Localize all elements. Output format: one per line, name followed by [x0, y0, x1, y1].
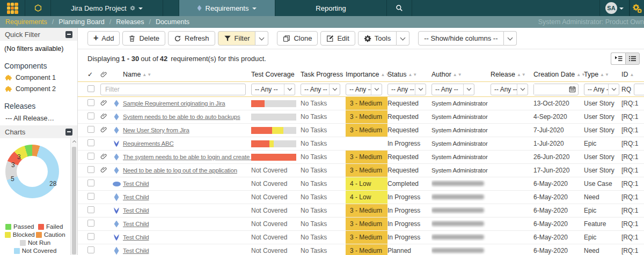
requirement-name-link[interactable]: The system needs to be able to login and… [123, 154, 251, 160]
sidebar-item-all-releases[interactable]: --- All Release… [5, 115, 73, 122]
author-redacted [431, 194, 484, 199]
edit-button[interactable]: Edit [320, 31, 355, 46]
breadcrumb-documents[interactable]: Documents [156, 18, 189, 26]
creation-date-cell: 6-May-2020 [533, 193, 584, 201]
delete-button[interactable]: Delete [122, 31, 165, 46]
test-coverage-bar [251, 140, 296, 147]
column-header-test-coverage[interactable]: Test Coverage [251, 71, 301, 78]
scroll-up-icon[interactable] [72, 140, 76, 144]
show-hide-columns-caret[interactable] [504, 31, 517, 46]
collapse-icon[interactable] [65, 31, 72, 38]
hierarchy-view-button[interactable] [611, 52, 625, 65]
release-filter-select[interactable]: -- Any -- [491, 84, 528, 95]
task-progress-filter-select[interactable]: -- Any -- [301, 84, 340, 95]
row-checkbox[interactable] [87, 139, 94, 146]
filter-dropdown-button[interactable] [255, 31, 268, 46]
refresh-icon [174, 35, 181, 42]
admin-settings-button[interactable] [630, 0, 644, 16]
column-header-author[interactable]: Author▲▼ [431, 71, 491, 78]
column-header-importance[interactable]: Importance▲▼ [346, 71, 387, 78]
sidebar-scrollbar[interactable] [70, 138, 77, 255]
user-menu[interactable]: SA [599, 0, 630, 16]
requirement-name-link[interactable]: Need to be able to log out of the applic… [123, 167, 237, 174]
status-filter-select[interactable]: -- Any -- [387, 84, 426, 95]
requirements-list-page: + Add Delete Refresh Filter [78, 28, 644, 255]
status-cell: Planned [387, 247, 431, 254]
requirement-name-link[interactable]: System needs to be able to do auto backu… [123, 114, 240, 120]
summary-row: Displaying 1 - 30 out of 42 requirement(… [78, 49, 644, 68]
row-checkbox[interactable] [87, 153, 94, 160]
tools-dropdown-button[interactable] [397, 31, 409, 46]
breadcrumb-planning-board[interactable]: Planning Board [58, 18, 104, 26]
breadcrumb-releases[interactable]: Releases [116, 18, 144, 26]
author-filter-select[interactable]: -- Any -- [431, 84, 474, 95]
requirement-name-link[interactable]: Requirements ABC [123, 140, 174, 147]
search-button[interactable] [387, 0, 412, 16]
column-header-type[interactable]: Type▲▼ [584, 71, 621, 78]
task-progress-cell: No Tasks [301, 100, 346, 107]
refresh-button[interactable]: Refresh [168, 31, 215, 46]
requirement-name-link[interactable]: Sample Requirement originating in Jira [123, 100, 225, 107]
name-filter-input[interactable] [100, 84, 246, 95]
workspace-button[interactable] [25, 0, 51, 16]
row-checkbox[interactable] [87, 193, 94, 200]
test-coverage-filter-select[interactable]: -- Any -- [251, 84, 295, 95]
type-cell: Use Case [584, 180, 621, 188]
requirement-row: Test ChildNot CoveredNo Tasks3 - MediumP… [78, 244, 644, 255]
row-checkbox[interactable] [87, 246, 94, 253]
row-checkbox[interactable] [87, 99, 94, 106]
chevron-down-icon [252, 8, 257, 12]
legend-swatch [20, 240, 26, 246]
requirement-name-link[interactable]: Test Child [123, 194, 149, 200]
tab-requirements[interactable]: Requirements [179, 0, 275, 16]
tools-button[interactable]: Tools [358, 31, 397, 46]
column-header-release[interactable]: Release▲▼ [491, 71, 533, 78]
donut-chart: 33528 [5, 145, 59, 198]
column-header-name[interactable]: Name▲▼ [123, 71, 251, 78]
requirement-name-link[interactable]: Test Child [123, 234, 149, 241]
calendar-button[interactable] [567, 84, 578, 95]
column-header-status[interactable]: Status▲▼ [387, 71, 431, 78]
row-checkbox[interactable] [87, 112, 94, 119]
row-checkbox[interactable] [87, 166, 94, 173]
id-cell: [RQ:1 [621, 193, 644, 201]
filter-button[interactable]: Filter [218, 31, 256, 46]
tab-reporting[interactable]: Reporting [275, 0, 387, 16]
show-hide-columns-select[interactable]: -- Show/hide columns -- [418, 31, 503, 46]
sidebar-item-component-1[interactable]: Component 1 [5, 74, 73, 81]
creation-date-input[interactable] [534, 84, 567, 95]
id-cell: [RQ:1 [621, 126, 644, 134]
sidebar-item-component-2[interactable]: Component 2 [5, 85, 73, 93]
row-checkbox[interactable] [87, 206, 94, 213]
row-checkbox[interactable] [87, 220, 94, 227]
legend-swatch [38, 224, 44, 230]
view-toggle [611, 52, 640, 65]
requirement-name-link[interactable]: Test Child [123, 248, 149, 254]
clone-button[interactable]: Clone [277, 31, 318, 46]
collapse-icon[interactable] [65, 129, 72, 136]
requirement-name-link[interactable]: Test Child [123, 221, 149, 227]
column-header-creation-date[interactable]: Creation Date▲▼ [533, 71, 584, 78]
row-checkbox[interactable] [87, 179, 94, 186]
add-button[interactable]: + Add [87, 31, 120, 46]
column-header-id[interactable]: ID▲ [621, 71, 644, 78]
filter-row-checkbox[interactable] [87, 85, 94, 92]
row-checkbox[interactable] [87, 126, 94, 133]
task-progress-cell: No Tasks [301, 113, 346, 121]
spira-logo[interactable] [0, 0, 25, 16]
requirement-name-link[interactable]: Test Child [123, 207, 149, 214]
importance-filter-select[interactable]: -- Any -- [346, 84, 382, 95]
project-selector[interactable]: Jira Demo Project [51, 0, 163, 16]
type-filter-select[interactable]: -- Any -- [584, 84, 619, 95]
row-checkbox[interactable] [87, 233, 94, 240]
select-all-icon[interactable]: ✓ [87, 71, 100, 78]
id-filter-input[interactable] [634, 84, 644, 95]
list-view-button[interactable] [625, 52, 640, 65]
requirement-name-link[interactable]: New User Story from Jira [123, 127, 189, 133]
requirement-name-link[interactable]: Test Child [123, 181, 149, 187]
author-cell: System Administrator [431, 154, 488, 160]
breadcrumb-requirements[interactable]: Requirements [5, 18, 47, 26]
scrollbar-thumb[interactable] [72, 147, 76, 254]
column-header-task-progress[interactable]: Task Progress [301, 71, 346, 78]
creation-date-cell: 6-May-2020 [533, 234, 584, 241]
